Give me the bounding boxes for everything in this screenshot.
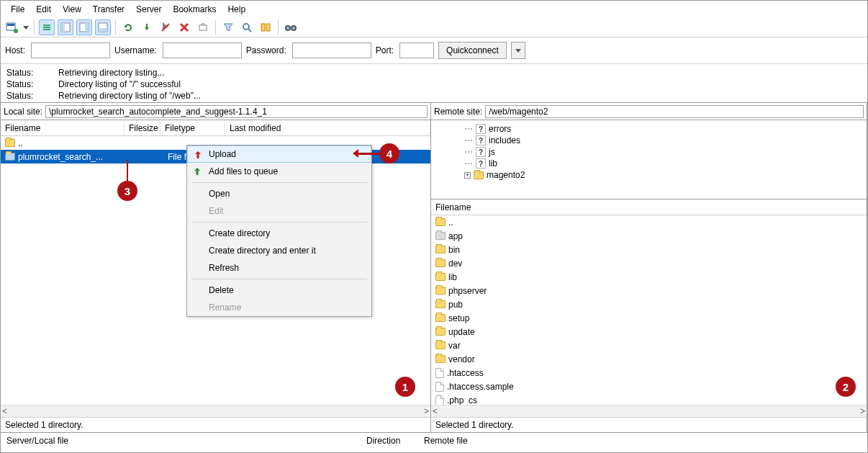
svg-rect-16 (199, 25, 207, 30)
local-path-input[interactable]: \plumrocket_search_autocomplete_and_sugg… (45, 105, 428, 118)
upload-arrow-icon (191, 166, 203, 177)
toggle-remote-tree-icon[interactable] (76, 19, 92, 35)
svg-rect-1 (7, 24, 14, 26)
list-item[interactable]: .htaccess.sample (431, 380, 867, 393)
folder-icon (474, 171, 484, 179)
tree-node[interactable]: ⋯?lib (435, 158, 862, 169)
col-modified[interactable]: Last modified (225, 121, 430, 135)
filename: pub (448, 300, 463, 310)
folder-icon (435, 355, 446, 363)
menu-edit[interactable]: Edit (30, 3, 57, 16)
col-filetype[interactable]: Filetype (161, 121, 225, 135)
binoculars-icon[interactable] (283, 19, 299, 35)
toggle-log-icon[interactable] (39, 19, 55, 35)
file-icon (435, 382, 444, 392)
toggle-local-tree-icon[interactable] (58, 19, 73, 35)
cancel-icon[interactable] (158, 19, 173, 35)
col-direction[interactable]: Direction (366, 436, 424, 446)
menu-item-label: Open (209, 189, 230, 199)
list-item[interactable]: .php_cs (431, 393, 867, 405)
host-label: Host: (5, 45, 25, 55)
password-input[interactable] (292, 42, 371, 58)
site-manager-icon[interactable] (4, 19, 19, 35)
username-label: Username: (114, 45, 157, 55)
list-item[interactable]: .htaccess (431, 366, 867, 380)
quickconnect-bar: Host: Username: Password: Port: Quickcon… (1, 37, 867, 64)
tree-node[interactable]: ⋯?js (435, 146, 862, 158)
menu-file[interactable]: File (5, 3, 30, 16)
reconnect-icon[interactable] (195, 19, 211, 35)
menu-item-label: Upload (209, 149, 236, 159)
filter-icon[interactable] (220, 19, 236, 35)
menu-transfer[interactable]: Transfer (87, 3, 130, 16)
col-filename[interactable]: Filename (431, 200, 867, 215)
search-icon[interactable] (239, 19, 255, 35)
remote-tree[interactable]: ⋯?errors ⋯?includes ⋯?js ⋯?lib +magento2 (431, 120, 867, 199)
col-filename[interactable]: Filename (1, 121, 125, 135)
col-filesize[interactable]: Filesize (125, 121, 161, 135)
menu-bar: File Edit View Transfer Server Bookmarks… (1, 1, 867, 18)
tree-node[interactable]: +magento2 (435, 169, 862, 181)
port-label: Port: (376, 45, 394, 55)
filename: .htaccess.sample (447, 382, 514, 392)
context-menu: UploadAdd files to queueOpenEditCreate d… (186, 145, 372, 317)
h-scrollbar[interactable]: <> (431, 405, 867, 417)
host-input[interactable] (31, 42, 110, 58)
remote-status: Selected 1 directory. (431, 417, 867, 432)
quickconnect-dropdown[interactable] (511, 42, 525, 59)
refresh-icon[interactable] (120, 19, 136, 35)
h-scrollbar[interactable]: <> (1, 405, 430, 417)
filename: .htaccess (447, 368, 484, 378)
menu-item-open[interactable]: Open (187, 185, 371, 202)
transfer-queue: Server/Local file Direction Remote file (1, 433, 867, 449)
file-icon (435, 368, 444, 378)
svg-line-18 (248, 29, 251, 32)
list-item[interactable]: bin (431, 243, 867, 256)
col-server-local[interactable]: Server/Local file (6, 436, 366, 446)
remote-path-input[interactable]: /web/magento2 (485, 105, 864, 118)
process-queue-icon[interactable] (139, 19, 155, 35)
folder-icon (435, 218, 446, 226)
expand-icon[interactable]: + (464, 172, 471, 179)
remote-file-list[interactable]: ..appbindevlibphpserverpubsetupupdatevar… (431, 215, 867, 405)
svg-rect-9 (85, 23, 89, 32)
local-columns: Filename Filesize Filetype Last modified (1, 120, 430, 136)
dropdown-icon[interactable] (22, 19, 30, 35)
port-input[interactable] (399, 42, 434, 58)
annotation-arrow (127, 160, 128, 181)
folder-icon (5, 139, 15, 147)
remote-site-label: Remote site: (434, 107, 482, 117)
list-item[interactable]: .. (431, 215, 867, 229)
compare-icon[interactable] (258, 19, 273, 35)
col-remote-file[interactable]: Remote file (424, 436, 468, 446)
menu-view[interactable]: View (57, 3, 87, 16)
list-item[interactable]: phpserver (431, 284, 867, 297)
tree-node[interactable]: ⋯?includes (435, 135, 862, 146)
local-site-label: Local site: (4, 107, 42, 117)
menu-help[interactable]: Help (222, 3, 251, 16)
list-item[interactable]: dev (431, 256, 867, 270)
tree-node[interactable]: ⋯?errors (435, 123, 862, 135)
list-item[interactable]: lib (431, 270, 867, 284)
filename: .. (18, 138, 23, 148)
toggle-queue-icon[interactable] (95, 19, 111, 35)
list-item[interactable]: setup (431, 311, 867, 325)
list-item[interactable]: pub (431, 297, 867, 311)
username-input[interactable] (163, 42, 242, 58)
folder-icon (435, 314, 446, 322)
menu-item-refresh[interactable]: Refresh (187, 259, 371, 277)
menu-item-create-directory-and-enter-it[interactable]: Create directory and enter it (187, 242, 371, 259)
list-item[interactable]: vendor (431, 352, 867, 366)
menu-item-create-directory[interactable]: Create directory (187, 225, 371, 242)
list-item[interactable]: app (431, 229, 867, 243)
disconnect-icon[interactable] (176, 19, 192, 35)
list-item[interactable]: var (431, 338, 867, 352)
quickconnect-button[interactable]: Quickconnect (438, 42, 507, 59)
menu-server[interactable]: Server (130, 3, 167, 16)
menu-item-add-files-to-queue[interactable]: Add files to queue (187, 163, 371, 180)
menu-item-delete[interactable]: Delete (187, 282, 371, 299)
menu-item-upload[interactable]: Upload (187, 145, 371, 163)
list-item[interactable]: update (431, 325, 867, 338)
menu-bookmarks[interactable]: Bookmarks (167, 3, 222, 16)
message-log: Status:Retrieving directory listing... S… (1, 64, 867, 103)
